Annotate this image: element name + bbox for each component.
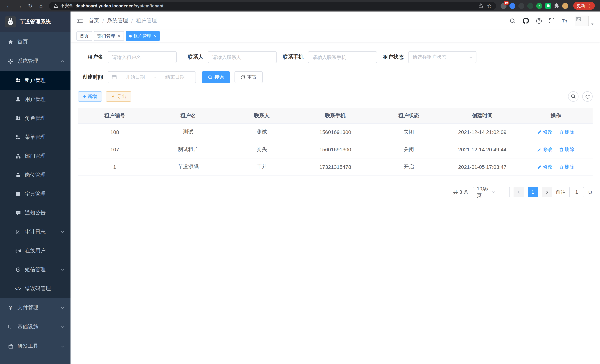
date-end-placeholder: 结束日期 [158, 74, 192, 81]
table-row: 107 测试租户 秃头 15601691300 关闭 2021-12-14 20… [78, 141, 593, 158]
sidebar-toggle-icon[interactable] [76, 17, 84, 24]
search-form: 租户名 联系人 联系手机 租户状态 [78, 42, 593, 83]
extensions-puzzle-icon[interactable] [554, 3, 559, 8]
close-icon[interactable]: × [154, 34, 157, 38]
kebab-menu-icon[interactable]: ⋮ [587, 3, 591, 8]
devtool-icon [7, 344, 14, 349]
sidebar-group-devtools[interactable]: 研发工具 [0, 336, 71, 356]
menu-icon [15, 134, 21, 140]
pay-icon: ¥ [7, 304, 14, 311]
github-icon[interactable] [523, 18, 529, 24]
dept-icon [15, 153, 21, 159]
sidebar-group-infra[interactable]: 基础设施 [0, 317, 71, 336]
page-number-1[interactable]: 1 [528, 187, 538, 197]
sidebar-item-tenant[interactable]: 租户管理 [0, 71, 71, 90]
sidebar-item-home[interactable]: 首页 [0, 32, 71, 52]
tab-home[interactable]: 首页 [76, 31, 92, 41]
breadcrumb-system[interactable]: 系统管理 [107, 18, 128, 24]
tenant-status-select[interactable]: 请选择租户状态 [408, 51, 477, 63]
bookmark-star-icon[interactable]: ☆ [487, 3, 492, 9]
app-title: 芋道管理系统 [20, 19, 51, 25]
toggle-search-icon[interactable] [568, 91, 579, 102]
extension-icon[interactable] [527, 3, 533, 9]
svg-text:T: T [562, 18, 564, 23]
next-page-button[interactable] [542, 187, 552, 197]
browser-refresh-icon[interactable]: ↻ [25, 1, 35, 10]
tab-tenant[interactable]: 租户管理 × [126, 31, 160, 41]
extension-icon[interactable] [545, 3, 551, 9]
close-icon[interactable]: × [118, 34, 120, 38]
sidebar-item-post[interactable]: 岗位管理 [0, 166, 71, 184]
browser-update-button[interactable]: 更新⋮ [573, 2, 595, 10]
share-icon[interactable] [478, 3, 483, 8]
chevron-down-icon [60, 344, 65, 348]
app-logo[interactable]: 芋道管理系统 [0, 11, 71, 32]
delete-button[interactable]: 删除 [559, 163, 574, 170]
chevron-down-icon [492, 190, 506, 194]
sidebar-item-role[interactable]: 角色管理 [0, 109, 71, 128]
infra-icon [7, 324, 14, 329]
address-bar[interactable]: 不安全 dashboard.yudao.iocoder.cn/system/te… [49, 2, 496, 10]
sidebar-item-user[interactable]: 用户管理 [0, 90, 71, 109]
sidebar-item-error-code[interactable]: </> 错误码管理 [0, 279, 71, 298]
sidebar-item-menu[interactable]: 菜单管理 [0, 128, 71, 147]
delete-button[interactable]: 删除 [559, 129, 574, 135]
not-secure-warning-icon [53, 3, 58, 8]
user-avatar[interactable] [575, 15, 594, 26]
browser-forward-icon[interactable]: → [14, 1, 25, 10]
extension-icon[interactable] [518, 3, 524, 9]
security-label[interactable]: 不安全 [60, 3, 73, 9]
contact-input[interactable] [208, 51, 277, 63]
table-row: 108 测试 测试 15601691300 关闭 2021-12-14 21:0… [78, 123, 593, 141]
phone-input[interactable] [308, 51, 377, 63]
edit-button[interactable]: 修改 [537, 163, 553, 170]
sidebar-item-notice[interactable]: 通知公告 [0, 203, 71, 222]
reset-button[interactable]: 重置 [234, 71, 263, 83]
sidebar-menu: 首页 系统管理 租户管理 [0, 32, 71, 364]
errcode-icon: </> [15, 286, 21, 291]
home-icon [7, 39, 14, 45]
browser-home-icon[interactable]: ⌂ [36, 1, 46, 10]
breadcrumb-home[interactable]: 首页 [89, 18, 99, 24]
refresh-table-icon[interactable] [582, 91, 593, 102]
goto-label: 前往 [556, 189, 565, 195]
sidebar-item-dept[interactable]: 部门管理 [0, 147, 71, 166]
goto-page-input[interactable] [569, 187, 584, 197]
chevron-down-icon [469, 55, 473, 59]
extension-badge: 10 [504, 1, 509, 5]
tenant-table: 租户编号 租户名 联系人 联系手机 租户状态 创建时间 操作 108 测试 [78, 108, 593, 176]
extension-icon[interactable]: 10 [501, 3, 506, 9]
filter-phone: 联系手机 [278, 51, 377, 63]
search-button[interactable]: 搜索 [202, 71, 230, 83]
font-size-icon[interactable]: TT [562, 18, 568, 24]
sidebar-group-system[interactable]: 系统管理 [0, 52, 71, 71]
plus-icon: + [83, 94, 86, 99]
sidebar-group-payment[interactable]: ¥ 支付管理 [0, 298, 71, 317]
prev-page-button[interactable] [514, 187, 524, 197]
create-time-range-picker[interactable]: 开始日期 - 结束日期 [108, 71, 196, 83]
add-button[interactable]: + 新增 [78, 91, 102, 102]
edit-button[interactable]: 修改 [537, 129, 553, 135]
header-search-icon[interactable] [509, 18, 516, 24]
user-icon [15, 96, 21, 102]
tab-dept[interactable]: 部门管理 × [94, 31, 124, 41]
fullscreen-icon[interactable] [549, 18, 555, 24]
sidebar-item-online-user[interactable]: 在线用户 [0, 241, 71, 260]
edit-button[interactable]: 修改 [537, 146, 553, 153]
sidebar-group-audit-log[interactable]: 审计日志 [0, 222, 71, 241]
sidebar-item-dict[interactable]: 字典管理 [0, 184, 71, 203]
delete-button[interactable]: 删除 [559, 146, 574, 153]
extension-icon[interactable]: Y [536, 3, 542, 9]
date-start-placeholder: 开始日期 [118, 74, 152, 81]
tags-view-bar: 首页 部门管理 × 租户管理 × [71, 30, 600, 42]
page-size-select[interactable]: 10条/页 [473, 187, 510, 197]
sidebar-group-sms[interactable]: 短信管理 [0, 260, 71, 279]
extension-icon[interactable] [509, 3, 516, 9]
browser-back-icon[interactable]: ← [4, 1, 14, 10]
export-button[interactable]: 导出 [106, 91, 131, 102]
tenant-name-input[interactable] [108, 51, 177, 63]
post-icon [15, 172, 21, 177]
profile-avatar-icon[interactable] [562, 3, 568, 9]
help-question-icon[interactable] [536, 18, 542, 24]
pagination: 共 3 条 10条/页 1 前往 [78, 187, 593, 197]
